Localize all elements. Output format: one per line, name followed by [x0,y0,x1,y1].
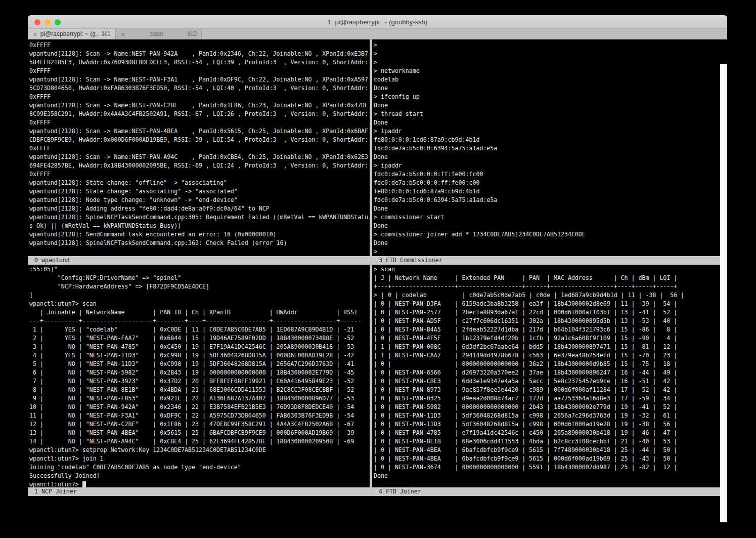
terminal-line: 8 | NO | "NEST-PAN-8E1B" | 0x4BDA | 21 |… [29,386,370,394]
terminal-line: wpantund[2128]: Scan -> Name:NEST-PAN-4B… [29,127,370,136]
terminal-line: 3 | NO | "NEST-PAN-4785" | 0xC450 | 19 |… [29,343,370,351]
terminal-line: "NCP:HardwareAddress" => [F872DF9CD5AE4D… [29,282,370,291]
terminal-line: fdc0:de7a:b5c0:0:6394:5a75:a1ad:e5a [374,196,720,204]
terminal-line: ---+----------+--------------------+----… [29,317,370,325]
terminal-line: fdc0:de7a:b5c0:0:0:ff:fe00:c00 [374,179,720,187]
pane-wpantund[interactable]: 0xFFFFwpantund[2128]: Scan -> Name:NEST-… [28,39,370,256]
terminal-line: Done [374,101,720,110]
terminal-line: wpanctl:utun7> setprop Network:Key 1234C… [29,446,370,454]
zoom-window-button[interactable] [55,19,61,25]
terminal-line: > | 0 | codelab | c0de7ab5c0de7ab5 | c0d… [374,291,720,300]
terminal-line: 584EFB21B5E3, HwAddr:0x76D93D8F8DEDCEE3,… [29,58,370,67]
terminal-line: | 0 | NEST-PAN-3674 | 0000000000000000 |… [374,463,720,472]
terminal-line: :55:05)" [29,265,370,274]
terminal-line: Done [374,204,720,213]
terminal-line: CDBFCB9F9CE9, HwAddr:0x000D6F000AD19BE9,… [29,136,370,144]
terminal-line: | 0 | NEST-PAN-CBE3 | 6dd3e1e9347e4a5a |… [374,377,720,386]
terminal-line: fdc0:de7a:b5c0:0:6394:5a75:a1ad:e5a [374,144,720,153]
terminal-line: 2 | YES | "NEST-PAN-FAA7" | 0x6844 | 15 … [29,334,370,343]
close-tab-icon[interactable]: × [33,30,37,38]
terminal-line: 12 | NO | "NEST-PAN-C2BF" | 0x1E86 | 23 … [29,420,370,429]
terminal-line: Done [374,222,720,230]
terminal-window: 1. pi@raspberrypi: ~ (gnubby-ssh) × pi@r… [28,15,727,522]
terminal-line: Done [374,153,720,161]
terminal-line: wpantund[2128]: SpinelNCPTaskSendCommand… [29,213,370,222]
terminal-line: | 0 | NEST-PAN-5982 | 0000000000000000 |… [374,403,720,411]
terminal-line: | 0 | | 0000000000000000 | 36a2 | 18b430… [374,360,720,368]
terminal-line: fe80:0:0:0:1cd6:87a9:cb9d:4b1d [374,187,720,196]
pane-status-wpantund: 0 wpantund [28,256,370,265]
terminal-line: > thread start [374,110,720,118]
pane-status-ftd-joiner: 4 FTD Joiner [372,487,720,496]
terminal-area: 0xFFFFwpantund[2128]: Scan -> Name:NEST-… [28,39,727,522]
terminal-line: Done [374,84,720,93]
terminal-line: Done [374,472,720,480]
terminal-line: 9 | NO | "NEST-PAN-F853" | 0x921E | 22 |… [29,394,370,403]
terminal-line: > ifconfig up [374,93,720,101]
terminal-line: | 0 | NEST-PAN-B4A5 | 2fdeab52227d1dba |… [374,325,720,334]
tab-label: bash [128,30,186,37]
pane-ncp-joiner[interactable]: :55:05)" "Config:NCP:DriverName" => "spi… [28,265,370,487]
terminal-line: wpantund[2128]: Scan -> Name:NEST-PAN-94… [29,50,370,58]
terminal-line: 0xFFFF [29,144,370,153]
terminal-line: 0xFFFF [29,41,370,50]
close-window-button[interactable] [34,19,40,25]
terminal-line: wpantund[2128]: Adding address "fe80::da… [29,204,370,213]
terminal-line: wpantund[2128]: State change: "associati… [29,187,370,196]
terminal-line: > commissioner start [374,213,720,222]
terminal-line: 13 | NO | "NEST-PAN-4BEA" | 0x5615 | 25 … [29,429,370,437]
terminal-line: wpantund[2128]: Scan -> Name:NEST-PAN-F3… [29,75,370,84]
terminal-line: wpantund[2128]: Scan -> Name:NEST-PAN-C2… [29,101,370,110]
terminal-line: Done [374,239,720,247]
terminal-line: wpantund[2128]: State change: "offline" … [29,179,370,187]
pane-ftd-joiner[interactable]: > scan| J | Network Name | Extended PAN … [372,265,720,487]
terminal-line: wpanctl:utun7> [29,480,370,487]
terminal-line: s_Ok) || (mRetVal == kWPANTUNDStatus_Bus… [29,222,370,230]
terminal-line: 694FE42857BE, HwAddr:0x18B43000002095BE,… [29,161,370,170]
pane-status-ncp-joiner: 1 NCP Joiner [28,487,370,496]
close-tab-icon[interactable]: × [121,30,125,38]
terminal-line: 5CD73D804650, HwAddr:0xFAB6303B76F3ED50,… [29,84,370,93]
terminal-line: | 0 | NEST-PAN-0325 | d9eaa2d008d74ac7 |… [374,394,720,403]
terminal-line: Done [374,118,720,127]
terminal-line: | 0 | NEST-PAN-11D3 | 5df36048268d815a |… [374,411,720,420]
terminal-line: 11 | NO | "NEST-PAN-F3A1" | 0xDF9C | 22 … [29,411,370,420]
tab-ssh-session[interactable]: × pi@raspberrypi: ~ (g… ⌘1 [28,29,116,39]
terminal-line: 14 | NO | "NEST-PAN-A94C" | 0xCBE4 | 25 … [29,437,370,446]
terminal-line: | 0 | NEST-PAN-8973 | 9ac857f8ee3e4420 |… [374,386,720,394]
terminal-line: 1 | YES | "codelab" | 0xC0DE | 11 | C0DE… [29,325,370,334]
traffic-lights [34,15,61,29]
pane-divider[interactable] [370,39,372,496]
terminal-line: | 0 | NEST-PAN-6566 | d26973220a370ee2 |… [374,368,720,377]
pane-ftd-commissioner[interactable]: >>>> networknamecodelabDone> ifconfig up… [372,39,720,256]
scrollbar[interactable] [720,64,727,522]
pane-status-ftd-commissioner: 3 FTD Commissioner [372,256,720,265]
tab-bash[interactable]: × bash ⌘2 [116,29,202,39]
terminal-line: > ipaddr [374,161,720,170]
terminal-line: | 0 | NEST-PAN-8E1B | 68e3006cdd411553 |… [374,437,720,446]
terminal-line: wpantund[2128]: SendCommand task encount… [29,230,370,239]
terminal-line: | Joinable | NetworkName | PAN ID | Ch |… [29,308,370,317]
minimize-window-button[interactable] [45,19,51,25]
terminal-line: 0xFFFF [29,170,370,179]
terminal-line: 5 | NO | "NEST-PAN-11D3" | 0xC998 | 19 |… [29,360,370,368]
terminal-line: > scan [374,265,720,274]
terminal-line: > [374,247,720,256]
terminal-line [374,480,720,487]
terminal-line: | J | Network Name | Extended PAN | PAN … [374,274,720,282]
terminal-line: | 0 | NEST-PAN-D3FA | 6159adc3ba8b3258 |… [374,300,720,308]
terminal-line: wpantund[2128]: Node type change: "unkno… [29,196,370,204]
terminal-line: wpanctl:utun7> scan [29,300,370,308]
terminal-line: Joining "codelab" C0DE7AB5C0DE7AB5 as no… [29,463,370,472]
terminal-line: 7 | NO | "NEST-PAN-3923" | 0x37D2 | 20 |… [29,377,370,386]
terminal-line: 0xFFFF [29,67,370,75]
window-titlebar[interactable]: 1. pi@raspberrypi: ~ (gnubby-ssh) [28,15,727,29]
terminal-line: fdc0:de7a:b5c0:0:0:ff:fe00:fc00 [374,170,720,179]
tab-shortcut: ⌘1 [101,30,111,37]
terminal-line: | 0 | NEST-PAN-11D3 | 5df36048268d815a |… [374,420,720,429]
terminal-line: 6 | NO | "NEST-PAN-5982" | 0x2B43 | 19 |… [29,368,370,377]
terminal-line: "Config:NCP:DriverName" => "spinel" [29,274,370,282]
terminal-line: ] [29,291,370,300]
terminal-line: | 0 | NEST-PAN-4785 | e7f19a41dc42546c |… [374,429,720,437]
terminal-line: Successfully Joined! [29,472,370,480]
